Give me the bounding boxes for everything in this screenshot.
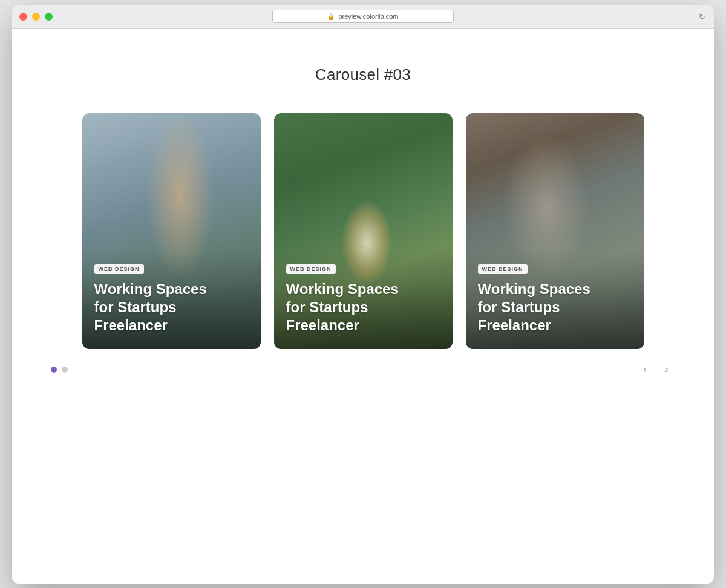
lock-icon: 🔒 — [327, 13, 335, 20]
card-badge-3: WEB DESIGN — [478, 264, 528, 274]
page-content: Carousel #03 WEB DESIGN Working Spaces f… — [12, 29, 714, 584]
card-title-2: Working Spaces for Startups Freelancer — [286, 280, 440, 335]
carousel-card-3[interactable]: WEB DESIGN Working Spaces for Startups F… — [466, 113, 644, 349]
window-controls — [19, 13, 53, 21]
titlebar: 🔒 preview.colorlib.com ↻ — [12, 5, 714, 29]
card-title-3: Working Spaces for Startups Freelancer — [478, 280, 632, 335]
url-text: preview.colorlib.com — [338, 13, 398, 20]
maximize-button[interactable] — [45, 13, 53, 21]
card-badge-2: WEB DESIGN — [286, 264, 336, 274]
carousel-dots — [51, 367, 68, 373]
mac-window: 🔒 preview.colorlib.com ↻ Carousel #03 WE… — [12, 5, 714, 584]
carousel-card-2[interactable]: WEB DESIGN Working Spaces for Startups F… — [274, 113, 453, 349]
empty-space — [48, 378, 678, 535]
dot-2[interactable] — [62, 367, 68, 373]
prev-arrow-button[interactable]: ‹ — [636, 361, 653, 378]
card-badge-1: WEB DESIGN — [94, 264, 144, 274]
card-overlay-2: WEB DESIGN Working Spaces for Startups F… — [274, 250, 453, 349]
card-title-1: Working Spaces for Startups Freelancer — [94, 280, 249, 335]
card-overlay-3: WEB DESIGN Working Spaces for Startups F… — [466, 250, 644, 349]
carousel-arrows: ‹ › — [636, 361, 675, 378]
carousel-track: WEB DESIGN Working Spaces for Startups F… — [48, 113, 678, 349]
carousel-card-1[interactable]: WEB DESIGN Working Spaces for Startups F… — [82, 113, 261, 349]
card-overlay-1: WEB DESIGN Working Spaces for Startups F… — [82, 250, 261, 349]
carousel: WEB DESIGN Working Spaces for Startups F… — [48, 113, 678, 378]
carousel-controls: ‹ › — [48, 361, 678, 378]
close-button[interactable] — [19, 13, 27, 21]
reload-button[interactable]: ↻ — [699, 12, 705, 21]
next-arrow-button[interactable]: › — [658, 361, 675, 378]
dot-1[interactable] — [51, 367, 57, 373]
page-title: Carousel #03 — [48, 65, 678, 84]
minimize-button[interactable] — [32, 13, 40, 21]
address-bar[interactable]: 🔒 preview.colorlib.com — [272, 10, 454, 23]
